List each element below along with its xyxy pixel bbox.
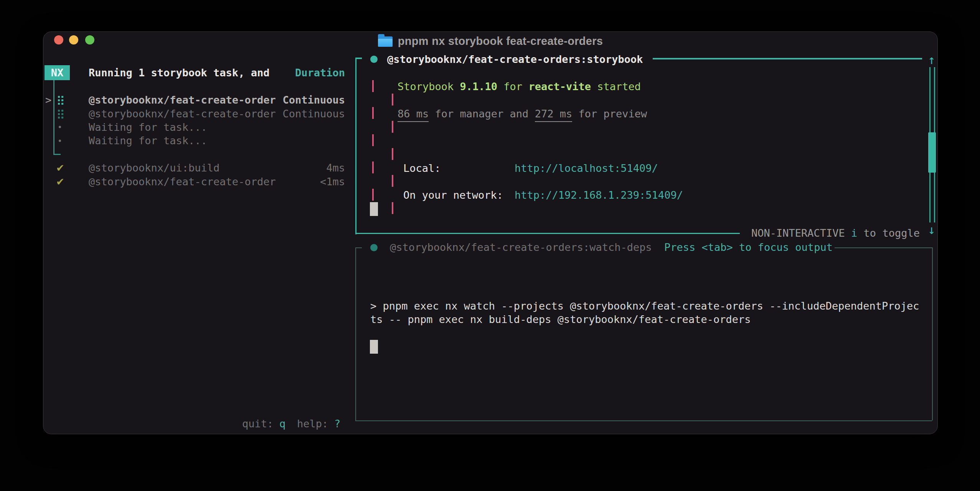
box-border-segment (392, 175, 393, 187)
quit-label: quit: (242, 417, 273, 431)
nx-logo: NX (45, 65, 70, 80)
titlebar: pnpm nx storybook feat-create-orders (43, 32, 937, 49)
panel-border (932, 247, 933, 420)
network-url-link[interactable]: http://192.168.1.239:51409/ (515, 188, 683, 202)
task-duration: 4ms (326, 161, 345, 175)
box-border-segment (372, 161, 374, 173)
panel-border (355, 58, 356, 234)
task-status-icon (370, 244, 378, 251)
check-icon: ✔ (56, 161, 64, 175)
help-label: help: (297, 417, 328, 431)
scroll-up-arrow[interactable]: ↑ (926, 53, 937, 67)
preview-time: 272 ms (535, 107, 572, 122)
started-text: Storybook (398, 80, 460, 94)
tasks-header: Running 1 storybook task, and (89, 66, 269, 80)
timing-line: 86 ms for manager and 272 ms for preview (398, 107, 647, 122)
mode-label: NON-INTERACTIVE (751, 226, 851, 240)
watch-panel-title: @storybooknx/feat-create-orders:watch-de… (390, 241, 652, 254)
panel-border (355, 233, 740, 234)
manager-time: 86 ms (398, 107, 429, 122)
help-key: ? (334, 417, 340, 431)
scrollbar-track[interactable] (929, 173, 935, 222)
storybook-started-line: Storybook 9.1.10 for react-vite started (398, 80, 641, 94)
box-border-segment (392, 202, 393, 214)
dot-icon (59, 140, 61, 142)
task-row[interactable]: @storybooknx/feat-create-order (89, 93, 276, 107)
spinner-icon (57, 109, 63, 120)
task-row[interactable]: @storybooknx/ui:build (89, 161, 219, 175)
folder-icon (378, 36, 393, 47)
terminal-cursor (370, 202, 378, 216)
spinner-icon (57, 95, 63, 106)
task-row[interactable]: Waiting for task... (89, 134, 207, 148)
box-border-segment (392, 121, 393, 133)
task-status: Continuous (282, 93, 345, 107)
selection-cursor: > (45, 93, 51, 107)
panel-border (355, 247, 356, 420)
scroll-down-arrow[interactable]: ↓ (926, 223, 937, 237)
terminal-cursor (370, 340, 378, 354)
box-border-segment (372, 107, 374, 119)
network-label: On your network: (403, 188, 503, 202)
window-title-group: pnpm nx storybook feat-create-orders (43, 33, 937, 49)
box-border-segment (372, 134, 374, 146)
command-line: ts -- pnpm exec nx build-deps @storybook… (370, 313, 751, 326)
panel-border (355, 247, 362, 248)
dot-icon (59, 126, 61, 128)
task-row[interactable]: Waiting for task... (89, 120, 207, 134)
scrollbar-track[interactable] (929, 67, 935, 132)
quit-key: q (279, 417, 285, 431)
storybook-panel-title: @storybooknx/feat-create-orders:storyboo… (387, 53, 643, 66)
panel-border (835, 247, 932, 248)
focus-output-hint: Press <tab> to focus output (664, 241, 833, 254)
desktop: pnpm nx storybook feat-create-orders NX … (0, 0, 980, 491)
task-duration: <1ms (320, 175, 345, 189)
local-label: Local: (403, 161, 441, 175)
task-status-icon (370, 56, 378, 63)
duration-column-header: Duration (295, 66, 345, 80)
box-border-segment (372, 189, 374, 201)
task-row[interactable]: @storybooknx/feat-create-order (89, 107, 276, 121)
local-url-link[interactable]: http://localhost:51409/ (515, 161, 658, 175)
interactive-mode-hint: NON-INTERACTIVE i to toggle (751, 226, 920, 240)
box-border-segment (392, 94, 393, 105)
scrollbar-thumb[interactable] (928, 132, 936, 173)
terminal-window: pnpm nx storybook feat-create-orders NX … (43, 31, 938, 434)
task-row[interactable]: @storybooknx/feat-create-order (89, 175, 276, 189)
box-border-segment (392, 148, 393, 160)
box-border-segment (372, 80, 374, 92)
check-icon: ✔ (56, 175, 64, 189)
window-title: pnpm nx storybook feat-create-orders (398, 35, 603, 48)
storybook-version: 9.1.10 (460, 80, 498, 94)
panel-border (653, 58, 922, 59)
framework-name: react-vite (528, 80, 591, 94)
task-status: Continuous (282, 107, 345, 121)
panel-border (355, 420, 932, 421)
command-line: > pnpm exec nx watch --projects @storybo… (370, 299, 919, 313)
toggle-key: i (851, 226, 857, 240)
